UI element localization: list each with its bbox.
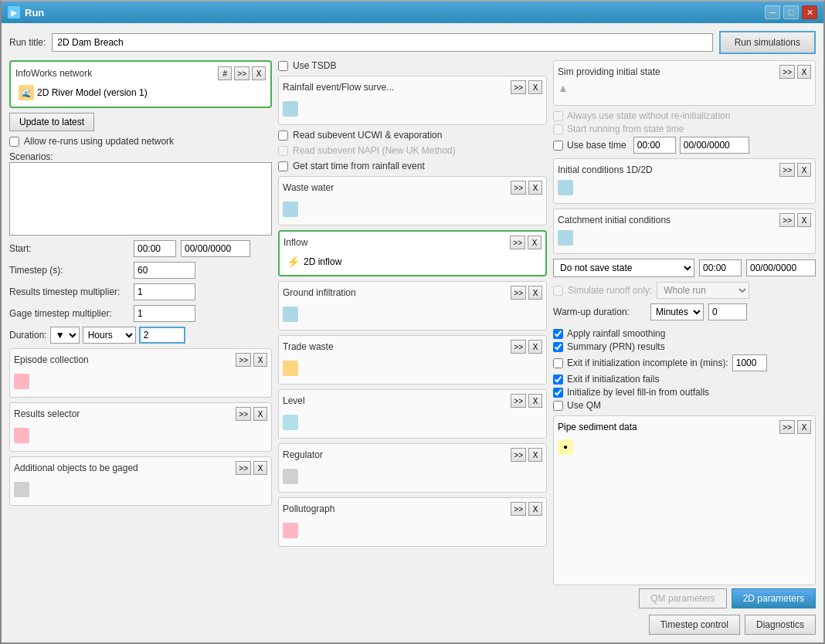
catchment-header: Catchment initial conditions >> X xyxy=(558,213,811,227)
infoworks-hash-btn[interactable]: # xyxy=(218,66,232,80)
start-running-row: Start running from state time xyxy=(553,124,816,134)
trade-forward-btn[interactable]: >> xyxy=(511,340,526,354)
pollutograph-forward-btn[interactable]: >> xyxy=(511,502,526,516)
additional-content xyxy=(14,478,267,501)
qm-parameters-button[interactable]: QM parameters xyxy=(639,588,726,608)
catchment-forward-btn[interactable]: >> xyxy=(779,213,795,227)
trade-header: Trade waste >> X xyxy=(283,340,542,354)
always-use-state-checkbox[interactable] xyxy=(553,111,563,121)
get-start-time-row: Get start time from rainfall event xyxy=(278,161,547,171)
results-content xyxy=(14,424,267,447)
use-base-time-checkbox[interactable] xyxy=(553,141,563,151)
rainfall-forward-btn[interactable]: >> xyxy=(511,80,526,94)
use-qm-checkbox[interactable] xyxy=(553,401,563,411)
episode-label: Episode collection xyxy=(14,354,89,365)
save-state-date-input[interactable] xyxy=(746,259,816,276)
inflow-close-btn[interactable]: X xyxy=(528,236,542,249)
rainfall-close-btn[interactable]: X xyxy=(528,80,542,94)
read-napi-label: Read subevent NAPI (New UK Method) xyxy=(293,145,456,156)
base-date-input[interactable] xyxy=(680,137,749,154)
run-title-input[interactable]: 2D Dam Breach xyxy=(52,33,712,52)
initial-icon xyxy=(558,180,573,195)
read-napi-checkbox[interactable] xyxy=(278,146,288,156)
warmup-value-input[interactable] xyxy=(708,303,747,320)
waste-forward-btn[interactable]: >> xyxy=(511,181,526,195)
infoworks-forward-btn[interactable]: >> xyxy=(234,66,250,80)
ground-forward-btn[interactable]: >> xyxy=(511,286,526,300)
scroll-up-icon: ▲ xyxy=(558,82,569,94)
inflow-item-label: 2D inflow xyxy=(304,256,341,267)
results-close-btn[interactable]: X xyxy=(253,407,267,421)
episode-close-btn[interactable]: X xyxy=(253,353,267,367)
catchment-icon xyxy=(558,230,573,246)
use-tsdb-checkbox[interactable] xyxy=(278,61,288,71)
level-forward-btn[interactable]: >> xyxy=(511,394,526,408)
initial-close-btn[interactable]: X xyxy=(797,163,811,177)
maximize-button[interactable]: □ xyxy=(783,5,799,19)
summary-prn-label: Summary (PRN) results xyxy=(567,341,665,352)
close-button[interactable]: ✕ xyxy=(802,5,817,19)
level-close-btn[interactable]: X xyxy=(528,394,542,408)
trade-close-btn[interactable]: X xyxy=(528,340,542,354)
allow-reruns-checkbox[interactable] xyxy=(9,137,19,147)
duration-unit-dropdown[interactable]: Hours Minutes Days xyxy=(83,327,136,344)
warmup-minutes-dropdown[interactable]: Minutes xyxy=(650,303,704,320)
additional-close-btn[interactable]: X xyxy=(253,461,267,475)
content-area: Run title: 2D Dam Breach Run simulations… xyxy=(2,23,823,642)
catchment-close-btn[interactable]: X xyxy=(797,213,811,227)
pollutograph-close-btn[interactable]: X xyxy=(528,502,542,516)
episode-forward-btn[interactable]: >> xyxy=(236,353,251,367)
title-bar: ▶ Run ─ □ ✕ xyxy=(2,2,823,23)
ground-close-btn[interactable]: X xyxy=(528,286,542,300)
sim-state-forward-btn[interactable]: >> xyxy=(779,65,795,79)
results-forward-btn[interactable]: >> xyxy=(236,407,251,421)
inflow-forward-btn[interactable]: >> xyxy=(510,236,525,249)
start-time-input[interactable] xyxy=(134,240,176,257)
simulate-runoff-checkbox[interactable] xyxy=(553,286,563,296)
simulate-runoff-label: Simulate runoff only: xyxy=(568,285,652,296)
sim-state-btns: >> X xyxy=(779,65,811,79)
start-date-input[interactable] xyxy=(181,240,250,257)
2d-parameters-button[interactable]: 2D parameters xyxy=(732,588,816,608)
start-running-label: Start running from state time xyxy=(567,124,684,134)
additional-forward-btn[interactable]: >> xyxy=(236,461,251,475)
init-level-fill-checkbox[interactable] xyxy=(553,388,563,398)
regulator-close-btn[interactable]: X xyxy=(528,448,542,462)
summary-prn-checkbox[interactable] xyxy=(553,342,563,352)
duration-value-input[interactable] xyxy=(139,327,185,344)
gage-multiplier-input[interactable] xyxy=(134,305,195,322)
pipe-close-btn[interactable]: X xyxy=(797,420,811,434)
initial-forward-btn[interactable]: >> xyxy=(779,163,795,177)
episode-collection-box: Episode collection >> X xyxy=(9,348,272,398)
waste-close-btn[interactable]: X xyxy=(528,181,542,195)
allow-reruns-label: Allow re-runs using updated network xyxy=(24,136,174,147)
scenarios-box[interactable] xyxy=(9,162,272,236)
minimize-button[interactable]: ─ xyxy=(765,5,780,19)
additional-icon xyxy=(14,482,29,497)
infoworks-close-btn[interactable]: X xyxy=(252,66,266,80)
exit-init-incomplete-checkbox[interactable] xyxy=(553,358,563,368)
diagnostics-button[interactable]: Diagnostics xyxy=(745,615,816,635)
pipe-forward-btn[interactable]: >> xyxy=(779,420,795,434)
exit-init-fails-checkbox[interactable] xyxy=(553,375,563,385)
duration-type-dropdown[interactable]: ▼ xyxy=(50,327,80,344)
initial-btns: >> X xyxy=(779,163,811,177)
update-to-latest-button[interactable]: Update to latest xyxy=(9,113,94,131)
apply-rainfall-checkbox[interactable] xyxy=(553,329,563,339)
read-ucwi-checkbox[interactable] xyxy=(278,130,288,141)
timestep-control-button[interactable]: Timestep control xyxy=(649,615,740,635)
sim-state-close-btn[interactable]: X xyxy=(797,65,811,79)
run-simulations-button[interactable]: Run simulations xyxy=(719,31,816,54)
do-not-save-state-dropdown[interactable]: Do not save state xyxy=(553,259,694,277)
whole-run-dropdown[interactable]: Whole run xyxy=(657,282,749,299)
save-state-time-input[interactable] xyxy=(699,259,742,276)
start-running-checkbox[interactable] xyxy=(553,124,563,134)
get-start-time-checkbox[interactable] xyxy=(278,161,288,171)
timestep-input[interactable] xyxy=(134,262,195,279)
base-time-input[interactable] xyxy=(633,137,676,154)
results-multiplier-input[interactable] xyxy=(134,283,195,300)
regulator-forward-btn[interactable]: >> xyxy=(511,448,526,462)
exit-init-value-input[interactable] xyxy=(732,354,767,371)
regulator-content xyxy=(283,465,542,488)
sim-state-content: ▲ xyxy=(558,82,811,101)
